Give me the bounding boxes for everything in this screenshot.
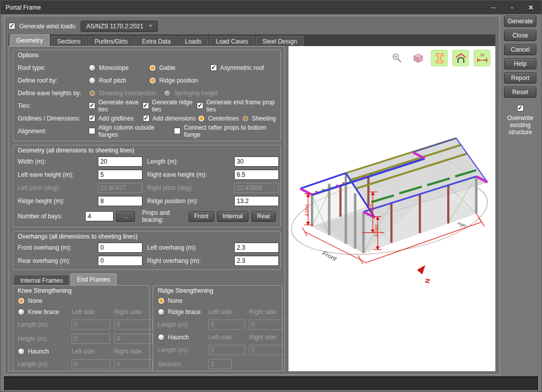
ridge-haunch-left-side-label: Left side: — [208, 334, 249, 341]
knee-brace-height-right-input — [114, 334, 153, 344]
tab-extra-data[interactable]: Extra Data — [135, 36, 177, 46]
knee-brace-left-side-label: Left side: — [71, 308, 114, 316]
rear-overhang-input[interactable] — [98, 256, 142, 266]
gable-label: Gable — [159, 64, 175, 71]
window-title: Portal Frame — [6, 4, 41, 11]
knee-none-radio[interactable] — [18, 297, 25, 304]
close-icon[interactable]: ✕ — [525, 4, 536, 11]
knee-brace-length-label: Length (m): — [18, 321, 71, 328]
portal-frame-dialog: Portal Frame ─ ▫ ✕ Generate wind loads: … — [0, 0, 542, 392]
reset-button[interactable]: Reset — [504, 87, 536, 98]
status-bar[interactable] — [4, 376, 538, 390]
props-internal-button[interactable]: Internal — [217, 211, 248, 222]
centerlines-label: Centerlines — [208, 115, 239, 122]
tab-purlins-girts[interactable]: Purlins/Girts — [88, 36, 134, 46]
add-dimensions-checkbox[interactable] — [143, 115, 150, 122]
add-dimensions-label: Add dimensions — [153, 115, 196, 122]
ridge-none-label: None — [168, 297, 183, 304]
portal-icon[interactable] — [452, 50, 469, 66]
define-eave-heights-label: Define eave heights by: — [18, 90, 89, 97]
ridge-brace-label: Ridge brace — [168, 308, 201, 316]
roof-pitch-radio[interactable] — [89, 77, 96, 84]
props-front-button[interactable]: Front — [189, 211, 214, 222]
tab-sections[interactable]: Sections — [51, 36, 87, 46]
roof-pitch-label: Roof pitch — [99, 77, 126, 84]
align-column-outside-flanges-checkbox[interactable] — [89, 128, 95, 134]
ridge-position-radio[interactable] — [149, 77, 156, 84]
report-button[interactable]: Report — [504, 72, 536, 84]
close-button[interactable]: Close — [504, 30, 536, 41]
ridge-haunch-radio[interactable] — [158, 334, 165, 341]
main-tabstrip: Geometry Sections Purlins/Girts Extra Da… — [9, 34, 495, 46]
asymmetric-roof-checkbox[interactable] — [210, 64, 217, 71]
generate-eave-ties-checkbox[interactable] — [89, 102, 95, 109]
sheeting-radio[interactable] — [242, 115, 249, 122]
ridge-height-label: Ridge height (m): — [18, 198, 98, 205]
dimension-icon[interactable]: 10 — [474, 50, 490, 66]
front-overhang-label: Front overhang (m): — [18, 244, 98, 251]
generate-ridge-ties-checkbox[interactable] — [142, 102, 149, 109]
dimension-icon-value: 10 — [480, 53, 484, 57]
ridge-brace-right-side-label: Right side: — [249, 308, 285, 316]
length-input[interactable] — [234, 156, 279, 167]
generate-end-frame-prop-ties-checkbox[interactable] — [197, 102, 203, 109]
right-overhang-input[interactable] — [234, 256, 279, 266]
wind-standard-dropdown[interactable]: AS/NZS 1170.2:2021 — [81, 21, 158, 32]
tab-geometry[interactable]: Geometry — [10, 34, 50, 46]
tab-end-frames[interactable]: End Frames — [70, 273, 117, 285]
overwrite-existing-structure-checkbox[interactable] — [517, 105, 524, 111]
maximize-button[interactable]: ▫ — [507, 4, 518, 11]
left-eave-height-input[interactable] — [98, 170, 142, 180]
cube-icon[interactable] — [410, 50, 426, 66]
cancel-button[interactable]: Cancel — [504, 44, 536, 55]
width-input[interactable] — [98, 156, 142, 167]
gridlines-dimensions-label: Gridlines / Dimensions: — [18, 115, 89, 122]
centerlines-radio[interactable] — [198, 115, 205, 122]
left-eave-height-label: Left eave height (m): — [18, 171, 98, 178]
knee-brace-length-left-input — [71, 320, 110, 330]
geometry-tab-page: Options Roof type: Monoslope Gable Asymm… — [9, 46, 285, 371]
ridge-none-radio[interactable] — [158, 297, 165, 304]
tab-loads[interactable]: Loads — [178, 36, 208, 46]
north-label: N — [423, 278, 431, 284]
connect-rafter-props-checkbox[interactable] — [174, 128, 180, 134]
knee-haunch-radio[interactable] — [18, 348, 25, 355]
tab-load-cases[interactable]: Load Cases — [209, 36, 255, 46]
model-viewport[interactable]: 4.05m 7.94m 6.14m Front Right N — [288, 46, 495, 371]
options-group-title: Options — [18, 52, 276, 59]
help-button[interactable]: Help — [504, 58, 536, 69]
add-gridlines-checkbox[interactable] — [89, 115, 95, 122]
gable-radio[interactable] — [149, 64, 156, 71]
ridge-brace-radio[interactable] — [158, 308, 165, 316]
ridge-brace-length-right-input — [249, 320, 285, 330]
knee-haunch-length-right-input — [114, 359, 153, 369]
add-gridlines-label: Add gridlines — [98, 115, 133, 122]
minimize-button[interactable]: ─ — [488, 4, 499, 11]
ridge-haunch-length-right-input — [249, 345, 285, 355]
left-overhang-input[interactable] — [234, 243, 279, 253]
right-eave-height-input[interactable] — [234, 170, 279, 180]
generate-wind-loads-label: Generate wind loads: — [19, 23, 77, 30]
tab-steel-design[interactable]: Steel Design — [256, 36, 304, 46]
sheeting-intersection-radio — [89, 90, 96, 97]
generate-button[interactable]: Generate — [504, 16, 536, 27]
left-eave-dim-label: 4.05m — [304, 204, 309, 216]
ridge-position-label: Ridge position — [159, 77, 198, 84]
knee-brace-radio[interactable] — [18, 308, 25, 316]
ridge-haunch-length-left-input — [208, 345, 245, 355]
roof-type-label: Roof type: — [18, 64, 89, 71]
monoslope-radio[interactable] — [89, 64, 96, 71]
generate-wind-loads-checkbox[interactable] — [9, 23, 15, 29]
tab-internal-frames[interactable]: Internal Frames — [14, 275, 69, 285]
number-of-bays-input[interactable] — [85, 211, 114, 221]
ibeam-icon[interactable] — [431, 50, 448, 66]
bays-ellipsis-button[interactable]: ... — [116, 211, 135, 222]
wind-standard-value: AS/NZS 1170.2:2021 — [86, 23, 143, 30]
title-bar[interactable]: Portal Frame ─ ▫ ✕ — [1, 1, 541, 14]
ridge-height-input[interactable] — [98, 196, 142, 206]
geometry-group-title: Geometry (all dimensions to sheeting lin… — [18, 147, 276, 154]
ridge-position-input[interactable] — [234, 196, 279, 206]
zoom-icon[interactable] — [388, 50, 405, 66]
front-overhang-input[interactable] — [98, 243, 142, 253]
props-rear-button[interactable]: Rear — [251, 211, 276, 222]
